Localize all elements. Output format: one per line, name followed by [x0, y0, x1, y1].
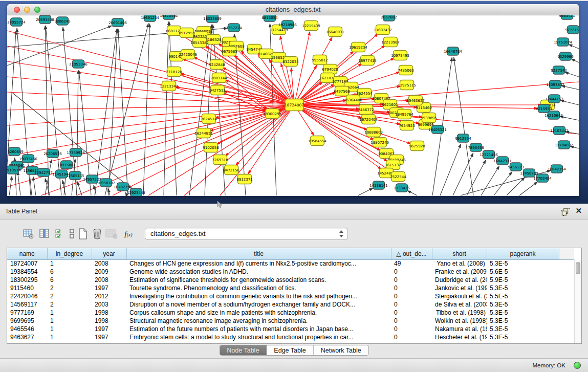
- table-cell[interactable]: 2: [47, 292, 92, 300]
- graph-edge[interactable]: [481, 166, 499, 195]
- table-cell[interactable]: 18300295: [7, 276, 47, 284]
- graph-node[interactable]: 7890456: [468, 143, 484, 151]
- table-cell[interactable]: Genome-wide association studies in ADHD.: [126, 268, 391, 276]
- graph-node[interactable]: 17359928: [67, 148, 85, 157]
- graph-node[interactable]: 26364486: [344, 95, 362, 105]
- graph-node[interactable]: 9939895: [421, 113, 437, 123]
- graph-node[interactable]: 12103443: [550, 126, 569, 135]
- table-cell[interactable]: 5.3E-5: [487, 317, 559, 325]
- graph-edge[interactable]: [519, 182, 537, 195]
- graph-node[interactable]: 9456123: [508, 163, 524, 171]
- table-cell[interactable]: Estimation of significance thresholds fo…: [126, 276, 391, 284]
- graph-node[interactable]: 9806243: [54, 17, 70, 25]
- table-row[interactable]: 911546021997Tourette syndrome. Phenomeno…: [7, 284, 574, 292]
- table-cell[interactable]: 49: [391, 259, 432, 268]
- graph-node[interactable]: 20206576: [43, 149, 62, 158]
- memory-status-icon[interactable]: [574, 362, 581, 369]
- column-header[interactable]: year: [92, 248, 126, 259]
- graph-node[interactable]: 7357224: [226, 24, 242, 32]
- graph-node[interactable]: 16842311: [493, 157, 512, 165]
- table-cell[interactable]: Stergiakouli et al. (2012): [432, 292, 487, 300]
- graph-edge[interactable]: [454, 57, 473, 195]
- table-row[interactable]: 1938455462009Genome-wide association stu…: [7, 268, 574, 276]
- table-row[interactable]: 1830029562008Estimation of significance …: [7, 276, 574, 284]
- graph-edge[interactable]: [108, 29, 117, 195]
- table-cell[interactable]: 0: [391, 268, 432, 276]
- scrollbar-thumb[interactable]: [576, 262, 580, 274]
- table-cell[interactable]: 19384554: [7, 268, 47, 276]
- table-cell[interactable]: Nakamura et al. (1997): [432, 325, 487, 333]
- network-window-titlebar[interactable]: citations_edges.txt: [7, 4, 579, 15]
- table-row[interactable]: 2242004622012Investigating the contribut…: [7, 292, 574, 300]
- graph-edge[interactable]: [215, 105, 294, 118]
- graph-node[interactable]: 8912955: [179, 28, 194, 38]
- table-cell[interactable]: 0: [391, 292, 432, 300]
- table-cell[interactable]: 5.6E-5: [487, 268, 559, 276]
- graph-edge[interactable]: [7, 77, 294, 105]
- table-cell[interactable]: Wolkin et al. (1998): [432, 317, 487, 325]
- graph-edge[interactable]: [143, 24, 150, 195]
- graph-node[interactable]: 12321456: [480, 150, 498, 159]
- graph-node[interactable]: 7485063: [398, 65, 413, 75]
- graph-node[interactable]: 9102058: [203, 143, 219, 152]
- table-cell[interactable]: Tourette syndrome. Phenomenology and cla…: [126, 284, 391, 292]
- graph-node[interactable]: 18724007: [285, 99, 304, 111]
- graph-node[interactable]: 18807249: [371, 138, 389, 147]
- graph-node[interactable]: 12093832: [546, 80, 564, 89]
- table-cell[interactable]: 9463627: [7, 333, 47, 341]
- table-row[interactable]: 1456911722003Disruption of a novel membe…: [7, 300, 574, 309]
- table-cell[interactable]: 2012: [92, 292, 126, 300]
- graph-node[interactable]: 12975115: [398, 80, 416, 90]
- graph-node[interactable]: 9912354: [455, 134, 471, 142]
- float-window-icon[interactable]: [561, 208, 570, 216]
- table-cell[interactable]: 0: [391, 333, 432, 341]
- table-cell[interactable]: 1998: [92, 309, 126, 317]
- delete-icon[interactable]: [91, 227, 103, 240]
- table-cell[interactable]: Structural magnetic resonance image aver…: [126, 317, 391, 325]
- tab-edge-table[interactable]: Edge Table: [267, 345, 313, 355]
- graph-edge[interactable]: [95, 29, 117, 195]
- table-cell[interactable]: 0: [391, 284, 432, 292]
- graph-edge[interactable]: [118, 29, 128, 195]
- table-cell[interactable]: 5.5E-5: [487, 292, 559, 300]
- table-cell[interactable]: Changes of HCN gene expression and I(f) …: [126, 259, 391, 268]
- table-cell[interactable]: 14569117: [7, 300, 47, 309]
- graph-node[interactable]: 7624514: [201, 114, 217, 124]
- table-select[interactable]: citations_edges.txt: [145, 228, 348, 240]
- table-cell[interactable]: 0: [391, 325, 432, 333]
- new-column-icon[interactable]: [77, 227, 89, 240]
- graph-node[interactable]: 14136141: [369, 181, 388, 189]
- table-cell[interactable]: Jankovic et al. (1997): [432, 284, 487, 292]
- table-cell[interactable]: Disruption of a novel member of a sodium…: [126, 300, 391, 309]
- graph-node[interactable]: 16977415: [358, 56, 377, 65]
- graph-node[interactable]: 16648784: [444, 47, 462, 55]
- table-cell[interactable]: Corpus callosum shape and size in male p…: [126, 309, 391, 317]
- close-panel-icon[interactable]: ✕: [575, 206, 582, 215]
- table-cell[interactable]: 5.3E-5: [487, 309, 559, 317]
- table-cell[interactable]: 18724007: [7, 259, 47, 268]
- column-header[interactable]: △ out_de...: [391, 248, 432, 259]
- table-cell[interactable]: Estimation of the future numbers of pati…: [126, 325, 391, 333]
- table-cell[interactable]: 1998: [92, 317, 126, 325]
- table-cell[interactable]: 5.3E-5: [487, 284, 559, 292]
- table-cell[interactable]: 1997: [92, 333, 126, 341]
- graph-node[interactable]: 9427512: [209, 85, 225, 95]
- table-cell[interactable]: 2009: [92, 268, 126, 276]
- graph-edge[interactable]: [7, 105, 294, 156]
- graph-node[interactable]: 10688609: [364, 127, 383, 137]
- graph-node[interactable]: 9272154: [565, 26, 579, 34]
- graph-node[interactable]: 10973493: [391, 51, 409, 60]
- column-header[interactable]: short: [432, 248, 487, 259]
- table-cell[interactable]: 1997: [92, 325, 126, 333]
- table-cell[interactable]: Dudbridge et al. (2008): [432, 276, 487, 284]
- column-header[interactable]: name: [7, 248, 47, 259]
- graph-node[interactable]: 2522544: [390, 172, 406, 182]
- graph-node[interactable]: 20691406: [108, 18, 127, 27]
- close-traffic-light-icon[interactable]: [14, 7, 20, 13]
- table-cell[interactable]: Franke et al. (2009): [432, 268, 487, 276]
- graph-node[interactable]: 9242848: [209, 60, 225, 70]
- graph-node[interactable]: 9472156: [223, 165, 239, 175]
- graph-node[interactable]: 19820461: [160, 15, 178, 19]
- graph-node[interactable]: 18691234: [141, 15, 159, 21]
- graph-node[interactable]: 22420046: [179, 50, 197, 59]
